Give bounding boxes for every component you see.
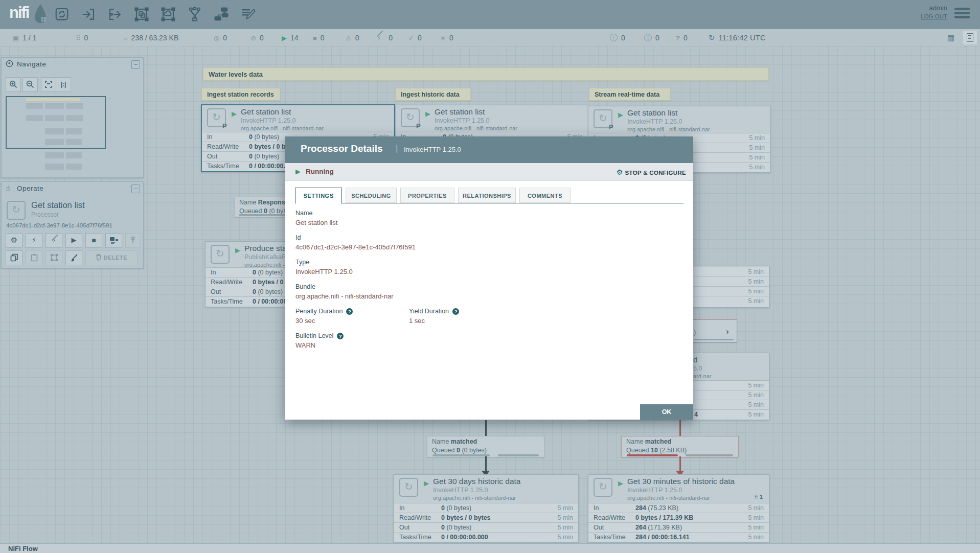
disable-button[interactable]: ⚡ xyxy=(45,233,62,248)
canvas-grid-toggle-icon[interactable]: ▦ xyxy=(947,29,954,46)
locally-modified-stale-icon: ! xyxy=(644,34,652,41)
app-toolbar: nifi admin LOG OUT xyxy=(0,0,980,29)
tab-scheduling[interactable]: SCHEDULING xyxy=(346,188,397,203)
canvas-label-section-1[interactable]: Ingest station records xyxy=(201,88,280,101)
locally-modified-count: 0 xyxy=(449,34,453,42)
change-color-button[interactable] xyxy=(65,250,82,265)
canvas-label-section-2[interactable]: Ingest historic data xyxy=(395,88,471,101)
processor-name: Get station list xyxy=(241,107,291,117)
running-state-label: Running xyxy=(306,168,334,175)
tab-relationships[interactable]: RELATIONSHIPS xyxy=(458,188,516,203)
running-indicator-icon: ▶ xyxy=(424,479,429,487)
minimap-block xyxy=(45,164,64,170)
field-name-label: Name xyxy=(295,210,312,217)
dialog-status-strip: ▶ Running ⚙STOP & CONFIGURE xyxy=(285,163,693,181)
bulletin-panel-toggle[interactable] xyxy=(963,31,977,44)
collapse-operate-button[interactable]: – xyxy=(131,185,140,193)
ok-button[interactable]: OK xyxy=(640,404,693,420)
tab-properties[interactable]: PROPERTIES xyxy=(400,188,454,203)
connection-line xyxy=(485,420,487,436)
delete-button[interactable]: DELETE xyxy=(85,250,138,265)
help-icon[interactable]: ? xyxy=(337,333,344,339)
group-button[interactable] xyxy=(45,250,62,265)
zoom-in-button[interactable] xyxy=(6,77,21,92)
sync-failure-count: 0 xyxy=(683,34,688,42)
minimap-block xyxy=(66,103,83,109)
drag-remote-process-group-icon[interactable] xyxy=(161,7,176,22)
not-transmitting-count: 0 xyxy=(260,34,264,42)
drag-funnel-icon[interactable] xyxy=(187,7,202,22)
collapse-navigate-button[interactable]: – xyxy=(131,60,140,69)
processor-get-30-minutes-historic-data[interactable]: ↻ ▶ Get 30 minutes of historic data Invo… xyxy=(588,474,769,543)
help-icon[interactable]: ? xyxy=(346,308,353,315)
processor-name: Get 30 minutes of historic data xyxy=(627,477,735,486)
processor-name: Get 30 days historic data xyxy=(433,477,520,486)
logout-link[interactable]: LOG OUT xyxy=(921,13,947,19)
stop-button[interactable]: ■ xyxy=(85,233,102,248)
enable-button[interactable]: ⚡ xyxy=(26,233,42,248)
drag-output-port-icon[interactable] xyxy=(107,7,123,22)
create-template-button[interactable] xyxy=(105,233,122,248)
connection-label-matched-right[interactable]: Name matched Queued 10 (2.58 KB) xyxy=(621,436,739,457)
zoom-fit-button[interactable] xyxy=(41,77,56,92)
paste-button[interactable] xyxy=(26,250,42,265)
processor-type: InvokeHTTP 1.25.0 xyxy=(627,487,682,494)
processor-type: InvokeHTTP 1.25.0 xyxy=(627,118,682,125)
drag-processor-icon[interactable] xyxy=(54,7,70,22)
field-yield-label: Yield Duration? xyxy=(409,308,459,315)
zoom-actual-size-button[interactable]: |:| xyxy=(56,77,71,92)
drag-label-icon[interactable] xyxy=(240,7,256,22)
stale-count: 0 xyxy=(621,34,625,42)
stop-and-configure-button[interactable]: ⚙STOP & CONFIGURE xyxy=(617,168,686,176)
global-menu-icon[interactable] xyxy=(954,8,970,20)
cluster-count: 1 / 1 xyxy=(22,34,36,42)
field-bundle-label: Bundle xyxy=(295,283,315,290)
processor-bundle-fragment: ard-nar xyxy=(693,373,711,379)
dialog-title: Processor Details xyxy=(301,143,383,154)
minimap-block xyxy=(26,115,43,121)
connection-label-matched-left[interactable]: Name matched Queued 0 (0 bytes) xyxy=(427,436,544,457)
start-button[interactable]: ▶ xyxy=(65,233,82,248)
drag-input-port-icon[interactable] xyxy=(81,7,96,22)
gear-icon: ⚙ xyxy=(617,168,623,176)
running-indicator-icon: ▶ xyxy=(425,110,430,118)
nifi-drop-icon xyxy=(33,3,48,27)
help-icon[interactable]: ? xyxy=(452,308,459,315)
operate-palette: ☝ Operate – ↻ Get station list Processor… xyxy=(1,181,144,268)
active-thread-count-badge: ⠿1 xyxy=(755,494,763,500)
not-transmitting-icon: ⊘ xyxy=(250,34,256,42)
drag-process-group-icon[interactable] xyxy=(134,7,149,22)
minimap-block xyxy=(45,139,64,145)
copy-button[interactable] xyxy=(6,250,22,265)
field-penalty-value: 30 sec xyxy=(295,317,315,325)
canvas-label-flow[interactable]: Water levels data xyxy=(203,67,769,81)
dialog-header: Processor Details | InvokeHTTP 1.25.0 xyxy=(285,136,693,163)
refresh-icon[interactable]: ↻ xyxy=(709,33,715,42)
canvas-label-section-3[interactable]: Stream real-time data xyxy=(589,88,671,101)
sync-failure-icon: ? xyxy=(676,34,680,42)
drag-template-icon[interactable] xyxy=(214,7,229,22)
minimap-block xyxy=(26,103,43,109)
breadcrumb-bar: NiFi Flow xyxy=(0,543,980,553)
transmitting-count: 0 xyxy=(223,34,227,42)
tab-comments[interactable]: COMMENTS xyxy=(519,188,571,203)
running-state-icon: ▶ xyxy=(295,168,301,175)
minimap-block xyxy=(66,128,82,134)
queued-count: 238 / 63.23 KB xyxy=(131,34,179,42)
nifi-logo: nifi xyxy=(9,4,29,22)
processor-type: InvokeHTTP 1.25.0 xyxy=(435,117,489,124)
stopped-count: 0 xyxy=(321,34,325,42)
cluster-icon: ▣ xyxy=(13,34,19,42)
processor-get-30-days-historic-data[interactable]: ↻ ▶ Get 30 days historic data InvokeHTTP… xyxy=(394,474,579,543)
minimap-block xyxy=(45,152,64,158)
connection-line-backpressure xyxy=(679,420,681,436)
upload-template-button[interactable] xyxy=(125,233,140,248)
breadcrumb[interactable]: NiFi Flow xyxy=(8,545,38,552)
running-icon: ▶ xyxy=(282,34,287,42)
field-type-label: Type xyxy=(295,259,309,266)
tab-settings[interactable]: SETTINGS xyxy=(295,188,342,204)
invalid-count: 0 xyxy=(355,34,359,42)
configure-button[interactable]: ⚙ xyxy=(6,233,22,248)
zoom-out-button[interactable] xyxy=(22,77,38,92)
processor-type-fragment: 5.0 xyxy=(693,365,702,372)
